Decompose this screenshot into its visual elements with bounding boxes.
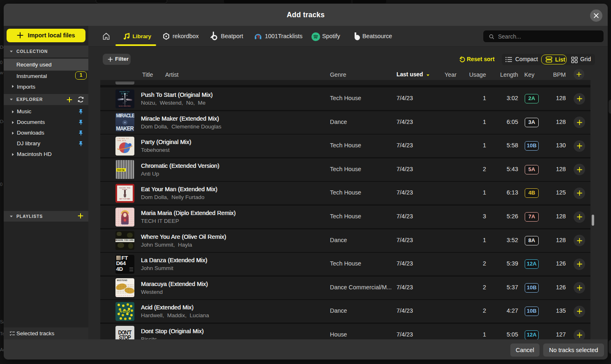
svg-text:?: ? [257, 34, 260, 39]
